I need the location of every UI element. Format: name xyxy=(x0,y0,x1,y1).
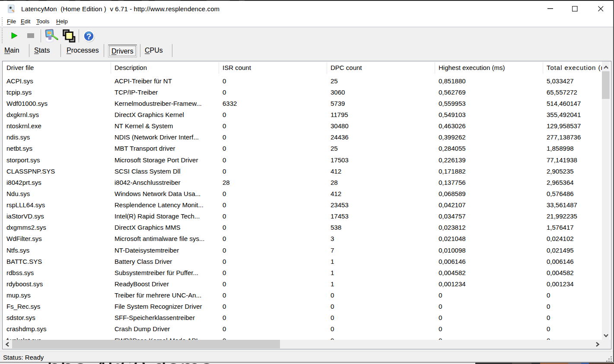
svg-text:?: ? xyxy=(86,32,92,41)
